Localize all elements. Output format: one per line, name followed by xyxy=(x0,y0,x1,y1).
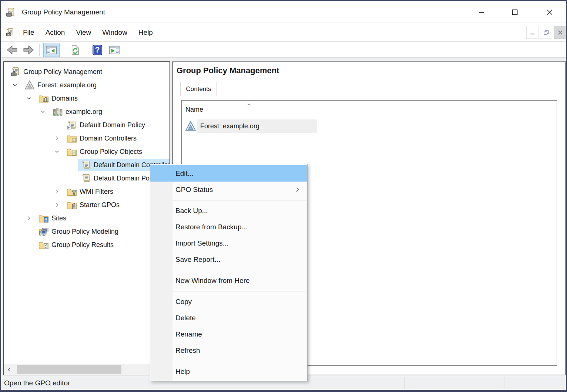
context-menu-item-help[interactable]: Help xyxy=(150,364,307,380)
tree-item-group-policy-results[interactable]: Group Policy Results xyxy=(4,238,170,251)
chevron-right-icon[interactable] xyxy=(53,135,61,142)
tree-item-sites[interactable]: Sites xyxy=(4,212,170,225)
column-header-name[interactable]: Name xyxy=(182,101,317,118)
context-menu-item-refresh[interactable]: Refresh xyxy=(150,342,307,359)
tree-item-label: Group Policy Objects xyxy=(80,145,142,158)
context-menu-separator xyxy=(150,198,307,203)
context-menu-item-edit[interactable]: Edit... xyxy=(150,165,307,182)
content-title: Group Policy Management xyxy=(177,66,279,75)
tree-item-default-domain-policy[interactable]: Default Domain Policy xyxy=(4,172,170,185)
tab-contents[interactable]: Contents xyxy=(180,82,217,96)
folder-domains-icon xyxy=(38,93,49,104)
tree-item-default-domain-controllers-policy[interactable]: Default Domain Controllers Policy xyxy=(4,158,170,172)
svg-text:?: ? xyxy=(95,45,100,54)
menu-file[interactable]: File xyxy=(17,23,40,41)
maximize-button[interactable] xyxy=(505,3,524,22)
context-menu-item-label: New Window from Here xyxy=(175,277,250,284)
tree-item-domain-controllers[interactable]: Domain Controllers xyxy=(4,132,170,145)
gpo-icon xyxy=(80,173,91,184)
tree-item-starter-gpos[interactable]: Starter GPOs xyxy=(4,198,170,212)
tree-item-label: Group Policy Modeling xyxy=(51,225,118,238)
chevron-right-icon[interactable] xyxy=(25,214,33,222)
mdi-restore-button[interactable] xyxy=(540,26,552,39)
chevron-down-icon[interactable] xyxy=(53,148,61,155)
refresh-button[interactable] xyxy=(68,43,81,57)
gpo-context-menu: Edit...GPO StatusBack Up...Restore from … xyxy=(150,164,308,381)
menu-help[interactable]: Help xyxy=(133,23,158,41)
domain-icon xyxy=(52,106,63,117)
menu-view[interactable]: View xyxy=(70,23,97,41)
chevron-down-icon[interactable] xyxy=(39,108,47,115)
close-button[interactable] xyxy=(540,3,559,22)
forward-arrow-button[interactable] xyxy=(22,43,35,57)
context-menu-item-label: Back Up... xyxy=(175,207,208,214)
list-item-label: Forest: example.org xyxy=(200,119,259,133)
context-menu-item-import-settings[interactable]: Import Settings... xyxy=(150,235,307,251)
context-menu-item-restore-from-backup[interactable]: Restore from Backup... xyxy=(150,219,307,235)
scroll-left-arrow-icon[interactable] xyxy=(4,364,15,375)
tree-item-label: Default Domain Policy xyxy=(94,172,159,185)
list-item-forest[interactable]: Forest: example.org xyxy=(182,119,557,133)
menu-window[interactable]: Window xyxy=(97,23,133,41)
tree-item-group-policy-objects[interactable]: Group Policy Objects xyxy=(4,145,170,158)
sort-ascending-icon xyxy=(245,101,253,107)
folder-sites-icon xyxy=(38,213,49,224)
mdi-close-button[interactable] xyxy=(554,26,567,39)
tab-strip-line xyxy=(173,96,565,96)
tree-item-group-policy-management[interactable]: Group Policy Management xyxy=(4,65,170,78)
menu-bar: FileActionViewWindowHelp xyxy=(1,23,566,42)
folder-starter-icon xyxy=(66,199,77,210)
context-menu-item-copy[interactable]: Copy xyxy=(150,294,307,310)
tab-contents-label: Contents xyxy=(186,85,211,93)
context-menu-separator xyxy=(150,359,307,364)
context-menu-item-back-up[interactable]: Back Up... xyxy=(150,203,307,219)
tree-item-label: Group Policy Results xyxy=(51,238,114,251)
context-menu-item-new-window-from-here[interactable]: New Window from Here xyxy=(150,273,307,289)
horizontal-scrollbar[interactable] xyxy=(4,364,170,375)
tree-item-domains[interactable]: Domains xyxy=(4,92,170,105)
modeling-icon xyxy=(38,226,49,237)
tree-item-label: Default Domain Policy xyxy=(80,118,145,132)
tree-item-forest-example-org[interactable]: Forest: example.org xyxy=(4,78,170,92)
tree-item-label: WMI Filters xyxy=(80,185,113,198)
context-menu-item-save-report[interactable]: Save Report... xyxy=(150,251,307,268)
context-menu-item-label: Save Report... xyxy=(175,256,220,263)
context-menu-item-gpo-status[interactable]: GPO Status xyxy=(150,182,307,198)
column-separator[interactable] xyxy=(317,101,317,118)
help-button[interactable]: ? xyxy=(91,43,104,57)
context-menu-item-label: Copy xyxy=(175,298,192,305)
menu-action[interactable]: Action xyxy=(40,23,71,41)
context-menu-item-label: Refresh xyxy=(175,347,200,354)
back-arrow-button[interactable] xyxy=(6,43,19,57)
tree-item-label: Group Policy Management xyxy=(23,65,102,78)
console-tree-button[interactable] xyxy=(43,43,60,57)
gpmc-snapin-icon xyxy=(5,27,15,37)
context-menu-item-label: Restore from Backup... xyxy=(175,223,247,231)
context-menu-separator xyxy=(150,289,307,294)
chevron-right-icon[interactable] xyxy=(53,201,61,209)
context-menu-item-delete[interactable]: Delete xyxy=(150,310,307,326)
console-tree-pane: Group Policy ManagementForest: example.o… xyxy=(3,61,170,375)
tree-item-label: Starter GPOs xyxy=(80,198,120,212)
toolbar-separator xyxy=(86,44,86,56)
chevron-down-icon[interactable] xyxy=(25,95,33,102)
tree-item-wmi-filters[interactable]: WMI Filters xyxy=(4,185,170,198)
menu-items: FileActionViewWindowHelp xyxy=(17,23,158,41)
tree-item-default-domain-policy[interactable]: Default Domain Policy xyxy=(4,118,170,132)
chevron-down-icon[interactable] xyxy=(11,81,19,89)
tree-item-example-org[interactable]: example.org xyxy=(4,105,170,118)
minimize-button[interactable] xyxy=(472,3,491,22)
action-pane-button[interactable] xyxy=(108,43,121,57)
results-icon xyxy=(38,239,49,250)
forest-icon xyxy=(185,120,197,132)
status-message: Open the GPO editor xyxy=(4,376,70,390)
title-bar[interactable]: Group Policy Management xyxy=(1,1,566,23)
tree-item-group-policy-modeling[interactable]: Group Policy Modeling xyxy=(4,225,170,238)
gpmc-window: Group Policy Management FileActionViewWi… xyxy=(0,0,567,392)
toolbar: ? xyxy=(1,42,566,58)
context-menu-item-rename[interactable]: Rename xyxy=(150,326,307,342)
chevron-right-icon[interactable] xyxy=(53,188,61,195)
folder-wmi-icon xyxy=(66,186,77,197)
mdi-minimize-button[interactable] xyxy=(526,26,539,39)
scrollbar-thumb[interactable] xyxy=(17,365,121,374)
